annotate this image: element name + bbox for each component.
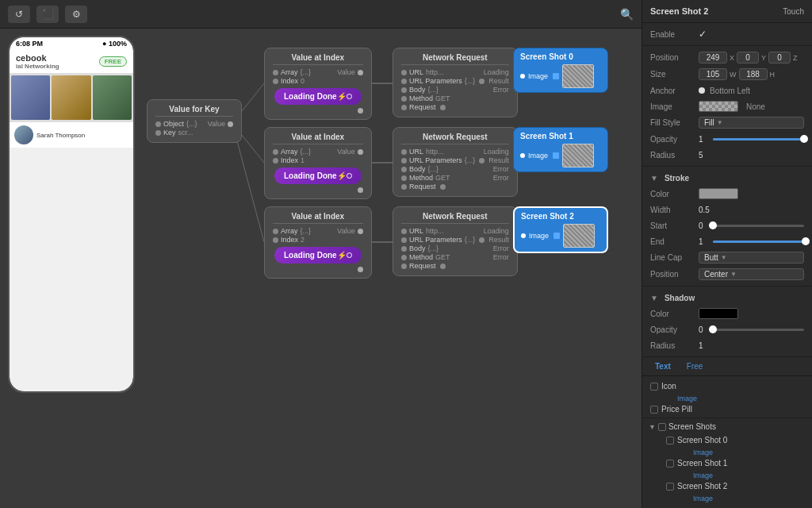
vfk-key-port-in — [155, 130, 161, 136]
screenshot-0-node[interactable]: Screen Shot 0 Image — [513, 48, 608, 93]
shadow-radius-value: 1 — [699, 341, 703, 350]
nr0-method-label: Method — [409, 94, 433, 102]
vai2-value-label: Value — [337, 227, 354, 235]
search-icon[interactable]: 🔍 — [620, 8, 634, 21]
nr0-error-label: Error — [493, 86, 509, 94]
position-section: Position X Y Z Size W H Anchor Bottom Le… — [642, 46, 812, 167]
app-image-1 — [11, 75, 50, 120]
pos-x-input[interactable] — [699, 52, 727, 64]
camera-button[interactable]: ⬛ — [36, 6, 59, 23]
screen-shots-label: Screen Shots — [668, 422, 716, 431]
price-pill-checkbox[interactable] — [650, 406, 658, 414]
layer-price-pill[interactable]: Price Pill — [642, 402, 812, 416]
iphone-sub-name: ial Networking — [16, 63, 59, 70]
panel-header: Screen Shot 2 Touch — [642, 0, 812, 23]
canvas-area[interactable]: ↺ ⬛ ⚙ 🔍 6:08 PM ● 100% cebook ial Networ… — [0, 0, 642, 508]
ss2-checkbox[interactable] — [666, 483, 674, 491]
vai1-array-label: Array — [281, 148, 298, 156]
layer-ss1[interactable]: Screen Shot 1 — [658, 456, 812, 470]
network-request-0-node[interactable]: Network Request URL http... Loading URL … — [393, 48, 518, 117]
icon-sub-row: Image — [642, 393, 812, 402]
loading-done-1-button[interactable]: Loading Done ⚡ — [274, 167, 362, 184]
h-label: H — [770, 71, 776, 79]
nr2-url-port — [401, 229, 407, 234]
nr2-method-port — [401, 255, 407, 260]
ss1-checkbox[interactable] — [666, 460, 674, 468]
value-for-key-node[interactable]: Value for Key Object {...} Value Key scr… — [147, 99, 242, 143]
free-button[interactable]: FREE — [99, 56, 127, 67]
size-label: Size — [650, 70, 694, 79]
panel-tabs: Text Free — [642, 357, 812, 376]
opacity-value: 1 — [699, 135, 703, 144]
stroke-start-slider[interactable] — [713, 225, 804, 227]
icon-checkbox[interactable] — [650, 383, 658, 391]
stroke-position-dropdown[interactable]: Center ▼ — [699, 268, 804, 280]
pos-z-input[interactable] — [768, 52, 791, 64]
nr0-method-port — [401, 96, 407, 102]
shadow-opacity-slider[interactable] — [713, 329, 804, 331]
size-w-input[interactable] — [699, 68, 727, 80]
size-h-input[interactable] — [739, 68, 768, 80]
tab-free[interactable]: Free — [680, 360, 710, 372]
y-label: Y — [761, 54, 766, 62]
layer-ss2[interactable]: Screen Shot 2 — [658, 479, 812, 493]
nr0-url-label: URL — [409, 68, 423, 76]
nr1-body-port — [401, 167, 407, 172]
stroke-position-value: Center — [704, 270, 728, 279]
value-at-index-0-node[interactable]: Value at Index Array {...} Value Index 0… — [264, 48, 372, 120]
ss1-image-port — [520, 153, 525, 158]
nr0-loading-label: Loading — [484, 68, 509, 76]
nr0-result-check — [479, 79, 485, 84]
loading-done-0-button[interactable]: Loading Done ⚡ — [274, 88, 362, 105]
stroke-color-swatch[interactable] — [699, 188, 738, 199]
nr2-result-label: Result — [488, 236, 509, 244]
value-at-index-2-node[interactable]: Value at Index Array {...} Value Index 2… — [264, 206, 372, 279]
network-request-1-node[interactable]: Network Request URL http... Loading URL … — [393, 127, 518, 197]
vfk-value-port-out — [228, 121, 233, 127]
network-request-2-node[interactable]: Network Request URL http... Loading URL … — [393, 206, 518, 276]
nr1-request-port — [401, 184, 407, 190]
refresh-button[interactable]: ↺ — [8, 6, 30, 23]
ss1-title: Screen Shot 1 — [520, 132, 601, 140]
settings-button[interactable]: ⚙ — [65, 6, 87, 23]
nr0-urlparams-label: URL Parameters — [409, 77, 462, 85]
pos-y-input[interactable] — [737, 52, 759, 64]
fill-style-dropdown[interactable]: Fill ▼ — [699, 117, 804, 129]
linecap-dropdown[interactable]: Butt ▼ — [699, 252, 804, 264]
layer-ss0[interactable]: Screen Shot 0 — [658, 433, 812, 447]
stroke-end-slider[interactable] — [713, 241, 804, 243]
ss1-thumbnail — [562, 144, 594, 167]
nr2-title: Network Request — [401, 212, 509, 224]
ss0-checkbox[interactable] — [666, 437, 674, 444]
iphone-battery: ● 100% — [102, 40, 127, 48]
image-swatch[interactable] — [699, 101, 738, 112]
loading-done-2-button[interactable]: Loading Done ⚡ — [274, 247, 362, 264]
screen-shots-group[interactable]: ▼ Screen Shots — [642, 420, 812, 433]
vai2-index-label: Index — [281, 236, 298, 244]
fill-style-value: Fill — [704, 118, 714, 127]
nr0-url-port — [401, 70, 407, 75]
stroke-end-value: 1 — [699, 237, 703, 246]
size-xyz: W H — [699, 68, 775, 80]
shadow-opacity-value: 0 — [699, 325, 703, 334]
screenshot-2-node[interactable]: Screen Shot 2 Image — [513, 206, 608, 253]
screen-shots-checkbox[interactable] — [658, 423, 666, 431]
stroke-width-label: Width — [650, 206, 694, 214]
value-at-index-1-node[interactable]: Value at Index Array {...} Value Index 1… — [264, 127, 372, 199]
stroke-position-label: Position — [650, 270, 694, 279]
screen-shots-disclosure: ▼ — [649, 423, 656, 431]
shadow-color-swatch[interactable] — [699, 308, 738, 319]
opacity-slider[interactable] — [713, 138, 804, 140]
nr2-url-label: URL — [409, 227, 423, 235]
none-label: None — [746, 102, 765, 111]
layer-icon[interactable]: Icon — [642, 379, 812, 393]
nr1-method-label: Method — [409, 174, 433, 182]
icon-sub-label: Image — [658, 394, 697, 402]
vai2-bottom-port — [358, 267, 363, 272]
tab-text[interactable]: Text — [649, 360, 677, 372]
nr2-url-value: http... — [426, 227, 444, 235]
loading-done-2-label: Loading Done — [284, 251, 337, 260]
nr1-error-label2: Error — [493, 174, 509, 182]
icon-layer-name: Icon — [661, 382, 676, 391]
screenshot-1-node[interactable]: Screen Shot 1 Image — [513, 127, 608, 172]
